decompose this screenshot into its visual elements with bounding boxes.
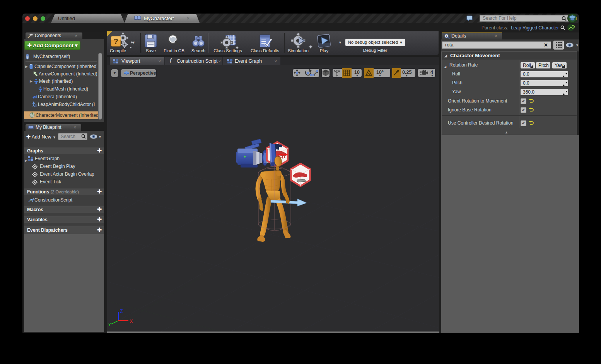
svg-text:Z: Z <box>120 308 123 314</box>
svg-text:Y: Y <box>108 323 111 327</box>
svg-text:X: X <box>130 318 133 324</box>
